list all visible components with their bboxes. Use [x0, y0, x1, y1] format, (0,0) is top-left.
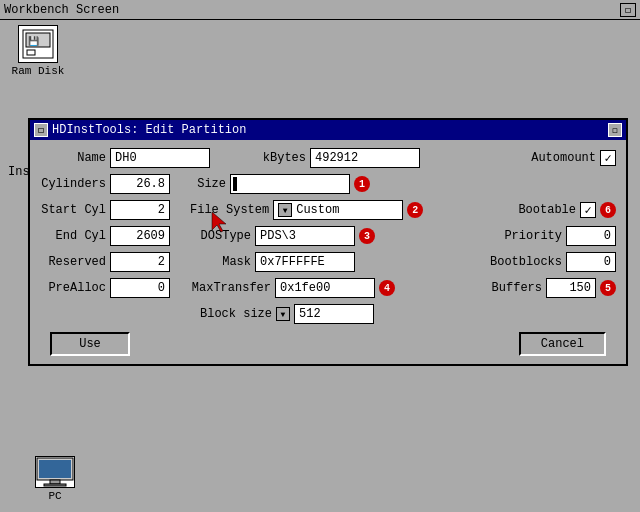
svg-rect-6 [50, 480, 60, 484]
badge-6: 6 [600, 202, 616, 218]
cylinders-input[interactable] [110, 174, 170, 194]
end-cyl-label: End Cyl [40, 229, 110, 243]
pc-icon-image [35, 456, 75, 488]
name-input[interactable] [110, 148, 210, 168]
workbench-title: Workbench Screen [4, 3, 119, 17]
buffers-label: Buffers [492, 281, 546, 295]
start-cyl-label: Start Cyl [40, 203, 110, 217]
svg-rect-7 [44, 484, 66, 486]
prealloc-input[interactable] [110, 278, 170, 298]
svg-text:💾: 💾 [28, 35, 40, 47]
size-label: Size [190, 177, 230, 191]
row-cylinders-size: Cylinders Size 1 [40, 174, 616, 194]
pc-icon[interactable]: PC [30, 456, 80, 502]
badge-3: 3 [359, 228, 375, 244]
ram-disk-label: Ram Disk [12, 65, 65, 77]
ram-disk-icon[interactable]: 💾 Ram Disk [8, 25, 68, 77]
workbench-titlebar: Workbench Screen ◻ [0, 0, 640, 20]
end-cyl-input[interactable] [110, 226, 170, 246]
dialog-titlebar: ◻ HDInstTools: Edit Partition ◻ [30, 120, 626, 140]
row-reserved-mask: Reserved Mask Bootblocks [40, 252, 616, 272]
filesystem-label: File System [190, 203, 273, 217]
dostype-label: DOSType [190, 229, 255, 243]
bootblocks-label: Bootblocks [490, 255, 566, 269]
pc-label: PC [48, 490, 61, 502]
dialog-close-button[interactable]: ◻ [34, 123, 48, 137]
edit-partition-dialog: ◻ HDInstTools: Edit Partition ◻ Name kBy… [28, 118, 628, 366]
dialog-restore-button[interactable]: ◻ [608, 123, 622, 137]
cancel-button[interactable]: Cancel [519, 332, 606, 356]
dialog-title-left: ◻ HDInstTools: Edit Partition [34, 123, 246, 137]
kbytes-label: kBytes [240, 151, 310, 165]
svg-rect-5 [39, 460, 71, 478]
workbench-restore-button[interactable]: ◻ [620, 3, 636, 17]
maxtransfer-label: MaxTransfer [190, 281, 275, 295]
bootable-checkbox[interactable]: ✓ [580, 202, 596, 218]
bottom-buttons: Use Cancel [40, 332, 616, 356]
kbytes-input[interactable] [310, 148, 420, 168]
row-name-kbytes: Name kBytes Automount ✓ [40, 148, 616, 168]
badge-5: 5 [600, 280, 616, 296]
dialog-title-text: HDInstTools: Edit Partition [52, 123, 246, 137]
automount-checkbox[interactable]: ✓ [600, 150, 616, 166]
blocksize-arrow-icon: ▼ [276, 307, 290, 321]
svg-rect-3 [27, 50, 35, 55]
reserved-label: Reserved [40, 255, 110, 269]
priority-input[interactable] [566, 226, 616, 246]
bootable-label: Bootable [518, 203, 580, 217]
dropdown-arrow-icon: ▼ [278, 203, 292, 217]
desktop: 💾 Ram Disk Ins ◻ HDInstTools: Edit Parti… [0, 20, 640, 512]
dialog-content: Name kBytes Automount ✓ Cylinders Size [30, 140, 626, 364]
filesystem-value: Custom [296, 203, 339, 217]
row-startcyl-filesystem: Start Cyl File System ▼ Custom 2 Bootabl… [40, 200, 616, 220]
maxtransfer-input[interactable] [275, 278, 375, 298]
blocksize-label: Block size [200, 307, 276, 321]
row-endcyl-dostype: End Cyl DOSType 3 Priority [40, 226, 616, 246]
row-prealloc-maxtransfer: PreAlloc MaxTransfer 4 Buffers 5 [40, 278, 616, 298]
badge-4: 4 [379, 280, 395, 296]
buffers-input[interactable] [546, 278, 596, 298]
use-button[interactable]: Use [50, 332, 130, 356]
mask-input[interactable] [255, 252, 355, 272]
filesystem-dropdown[interactable]: ▼ Custom [273, 200, 403, 220]
ram-disk-icon-image: 💾 [18, 25, 58, 63]
bootblocks-input[interactable] [566, 252, 616, 272]
blocksize-input[interactable] [294, 304, 374, 324]
dostype-input[interactable] [255, 226, 355, 246]
automount-label: Automount [531, 151, 600, 165]
reserved-input[interactable] [110, 252, 170, 272]
name-label: Name [40, 151, 110, 165]
badge-1: 1 [354, 176, 370, 192]
cylinders-label: Cylinders [40, 177, 110, 191]
size-bar [230, 174, 350, 194]
prealloc-label: PreAlloc [40, 281, 110, 295]
mask-label: Mask [190, 255, 255, 269]
ins-label: Ins [8, 165, 30, 179]
start-cyl-input[interactable] [110, 200, 170, 220]
size-bar-fill [233, 177, 237, 191]
priority-label: Priority [504, 229, 566, 243]
badge-2: 2 [407, 202, 423, 218]
row-blocksize: Block size ▼ [40, 304, 616, 324]
